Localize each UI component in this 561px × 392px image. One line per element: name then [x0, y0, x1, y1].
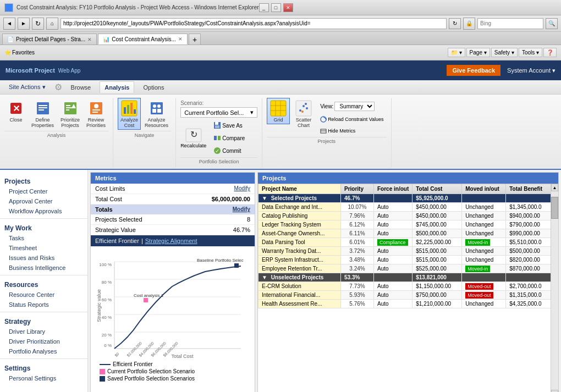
resource-center-nav[interactable]: Resource Center — [0, 290, 87, 300]
issues-risks-nav[interactable]: Issues and Risks — [0, 253, 87, 263]
approval-center-nav[interactable]: Approval Center — [0, 196, 87, 206]
tools-btn[interactable]: Tools ▾ — [519, 48, 542, 57]
hide-metrics-button[interactable]: Hide Metrics — [317, 126, 386, 136]
saved-scenarios-icon — [100, 376, 105, 382]
table-row[interactable]: Warranty Tracking Dat... 3.72% Auto $515… — [258, 247, 551, 256]
svg-text:80 %: 80 % — [102, 280, 112, 285]
selected-group-label: ▼ Selected Projects — [258, 194, 341, 203]
restore-btn[interactable]: □ — [271, 3, 281, 12]
add-favorites-btn[interactable]: 📁 ▾ — [448, 48, 465, 57]
address-input[interactable] — [61, 18, 447, 29]
compliance-badge: Compliance — [377, 239, 408, 246]
minimize-btn[interactable]: _ — [259, 3, 269, 12]
moved-out-badge-2: Moved-out — [465, 292, 493, 299]
frontier-separator: | — [141, 238, 143, 244]
svg-text:Baseline Portfolio Selection S: Baseline Portfolio Selection Scenario — [197, 258, 244, 263]
go-refresh-btn[interactable]: ↻ — [449, 18, 461, 29]
refresh-btn[interactable]: ↻ — [32, 18, 44, 30]
totals-modify[interactable]: Modify — [233, 206, 250, 213]
driver-library-nav[interactable]: Driver Library — [0, 327, 87, 336]
scroll-track[interactable] — [551, 191, 558, 390]
table-row[interactable]: Employee Retention Tr... 3.24% Auto $525… — [258, 264, 551, 273]
scroll-up-btn[interactable]: ▲ — [551, 184, 558, 191]
projects-table-wrapper[interactable]: Project Name Priority Force in/out Total… — [258, 184, 558, 392]
tasks-nav[interactable]: Tasks — [0, 233, 87, 243]
table-row[interactable]: Health Assessment Re... 5.76% Auto $1,21… — [258, 300, 551, 308]
table-row[interactable]: Asset-Change Ownersh... 6.11% Auto $500,… — [258, 229, 551, 238]
personal-settings-nav[interactable]: Personal Settings — [0, 373, 87, 383]
search-go-btn[interactable]: 🔍 — [546, 18, 558, 29]
review-priorities-button[interactable]: Review Priorities — [84, 98, 108, 130]
svg-rect-18 — [130, 103, 133, 114]
reload-constraint-button[interactable]: Reload Constraint Values — [317, 114, 386, 124]
give-feedback-button[interactable]: Give Feedback — [447, 65, 501, 76]
prioritize-projects-button[interactable]: Prioritize Projects — [58, 98, 82, 130]
tab-2[interactable]: 📊 Cost Constraint Analysis... ✕ — [98, 34, 188, 45]
scroll-down-btn[interactable]: ▼ — [551, 390, 558, 392]
favorites-btn[interactable]: Favorites — [12, 49, 35, 56]
strategic-alignment-link[interactable]: Strategic Alignment — [145, 238, 197, 244]
ribbon-navigate-group: Analyze Cost Analyze Resources Navigate — [113, 98, 176, 168]
tab-2-close[interactable]: ✕ — [178, 36, 183, 42]
forward-btn[interactable]: ► — [18, 18, 30, 30]
page-btn[interactable]: Page ▾ — [466, 48, 490, 57]
svg-rect-4 — [38, 107, 47, 108]
new-tab-btn[interactable]: + — [189, 34, 201, 45]
table-row[interactable]: ERP System Infrastruct... 3.48% Auto $51… — [258, 256, 551, 264]
compare-button[interactable]: Compare — [211, 132, 248, 143]
table-row[interactable]: Catalog Publishing 7.96% Auto $450,000.0… — [258, 212, 551, 220]
recalculate-button[interactable]: ↻ Recalculate — [180, 128, 206, 148]
status-reports-nav[interactable]: Status Reports — [0, 300, 87, 310]
scenario-dropdown[interactable]: Current Portfolio Sel... ▾ — [180, 107, 257, 118]
close-browser-btn[interactable]: ✕ — [283, 3, 293, 12]
timesheet-nav[interactable]: Timesheet — [0, 243, 87, 253]
strategic-value-value: 46.7% — [233, 227, 250, 233]
unselected-group-label: ▼ Unselected Projects — [258, 273, 341, 282]
grid-button[interactable]: Grid — [267, 98, 290, 124]
browse-nav[interactable]: Browse — [67, 82, 96, 93]
tab-1-close[interactable]: ✕ — [87, 37, 92, 42]
close-button[interactable]: ✕ Close — [4, 98, 28, 124]
define-properties-button[interactable]: Define Properties — [29, 98, 57, 130]
analysis-nav[interactable]: Analysis — [100, 81, 134, 93]
commit-button[interactable]: ✓ Commit — [211, 145, 248, 156]
svg-rect-63 — [144, 298, 148, 302]
unselected-group-row: ▼ Unselected Projects 53.3% $13,821,000 — [258, 273, 551, 282]
analyze-cost-button[interactable]: Analyze Cost — [118, 98, 141, 130]
scroll-thumb[interactable] — [551, 197, 558, 219]
system-account-menu[interactable]: System Account ▾ — [507, 67, 556, 74]
browser-icon — [4, 3, 13, 12]
safety-btn[interactable]: Safety ▾ — [491, 48, 518, 57]
options-nav[interactable]: Options — [139, 82, 168, 93]
tab-1[interactable]: 📄 Project Detail Pages - Stra... ✕ — [2, 34, 97, 45]
home-btn[interactable]: ⌂ — [46, 18, 58, 30]
strategy-nav-title: Strategy — [0, 314, 87, 327]
table-row[interactable]: Ledger Tracking System 6.12% Auto $745,0… — [258, 220, 551, 229]
unselected-benefit — [506, 273, 551, 282]
table-row[interactable]: E-CRM Solution 7.73% Auto $1,150,000.00 … — [258, 282, 551, 291]
table-row[interactable]: International Financial... 5.93% Auto $7… — [258, 291, 551, 300]
project-center-nav[interactable]: Project Center — [0, 186, 87, 196]
scatter-chart-button[interactable]: Scatter Chart — [292, 98, 315, 130]
ribbon: ✕ Close Define Properties Prioritize Pro… — [0, 95, 561, 170]
vertical-scrollbar[interactable]: ▲ ▼ — [551, 184, 558, 392]
help-btn[interactable]: ❓ — [543, 48, 557, 57]
workflow-approvals-nav[interactable]: Workflow Approvals — [0, 206, 87, 216]
business-intelligence-nav[interactable]: Business Intelligence — [0, 263, 87, 273]
search-input[interactable] — [477, 18, 543, 29]
table-row[interactable]: Data Exchange and Int... 10.07% Auto $45… — [258, 203, 551, 212]
svg-text:100 %: 100 % — [99, 262, 112, 267]
site-actions-nav[interactable]: Site Actions ▾ — [4, 81, 50, 93]
analyze-resources-button[interactable]: Analyze Resources — [142, 98, 171, 130]
table-row[interactable]: Data Parsing Tool 6.01% Compliance $2,22… — [258, 238, 551, 247]
center-content: Metrics Cost Limits Modify Total Cost $6… — [88, 170, 561, 392]
save-as-button[interactable]: Save As — [211, 120, 248, 131]
cost-limits-modify[interactable]: Modify — [234, 185, 250, 192]
security-btn[interactable]: 🔒 — [463, 18, 475, 30]
view-dropdown[interactable]: Summary — [334, 102, 375, 111]
svg-rect-65 — [234, 263, 239, 268]
col-total-cost: Total Cost — [413, 184, 462, 194]
driver-prioritization-nav[interactable]: Driver Prioritization — [0, 336, 87, 346]
back-btn[interactable]: ◄ — [3, 18, 15, 30]
portfolio-analyses-nav[interactable]: Portfolio Analyses — [0, 346, 87, 356]
